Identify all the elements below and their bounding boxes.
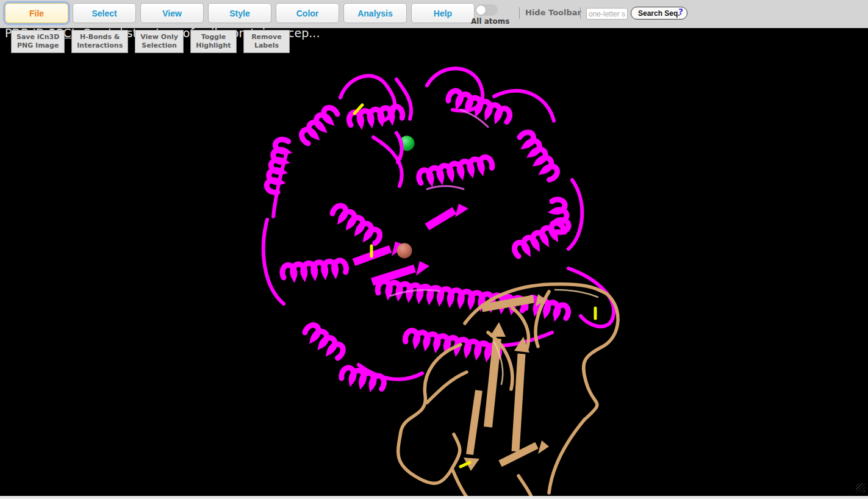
toggle-knob-icon [476,5,486,15]
button-label: Save iCn3D [16,33,59,41]
page-bottom-strip [0,496,868,499]
view-only-selection-button[interactable]: View Only Selection [135,30,184,53]
button-label: View Only [140,33,178,41]
hide-toolbar-link[interactable]: Hide Toolbar [525,8,581,17]
toolbar-divider [519,7,520,19]
button-label: H-Bonds & [80,33,120,41]
menu-view[interactable]: View [140,3,204,23]
help-icon[interactable]: ? [678,7,683,16]
menu-color[interactable]: Color [276,3,339,23]
menu-style[interactable]: Style [208,3,271,23]
toggle-highlight-button[interactable]: Toggle Highlight [190,30,237,53]
menu-bar: File Select View Style Color Analysis He… [5,3,475,23]
button-label: Highlight [196,41,231,49]
toolbar-divider [580,7,581,19]
menu-analysis[interactable]: Analysis [343,3,407,23]
button-label: Labels [254,41,279,49]
menu-help[interactable]: Help [411,3,475,23]
protein-structure [0,28,868,496]
main-toolbar: File Select View Style Color Analysis He… [0,0,868,28]
chain-b-ribbon [398,284,618,496]
structure-viewport[interactable] [0,28,868,496]
all-atoms-label: All atoms [471,17,509,26]
quick-command-row: Save iCn3D PNG Image H-Bonds & Interacti… [11,30,290,53]
menu-file[interactable]: File [5,3,68,23]
button-label: Selection [142,41,177,49]
sequence-search-input[interactable] [586,8,628,20]
chain-a-ribbon [264,68,614,389]
button-label: Interactions [77,41,123,49]
remove-labels-button[interactable]: Remove Labels [243,30,290,53]
resize-grip-icon[interactable] [856,483,865,492]
button-label: PNG Image [17,41,59,49]
button-label: Toggle [201,33,226,41]
salmon-ligand-sphere [397,243,412,259]
button-label: Remove [251,33,282,41]
toggle-track[interactable] [475,4,498,16]
save-png-button[interactable]: Save iCn3D PNG Image [11,30,65,53]
menu-select[interactable]: Select [73,3,136,23]
hbonds-interactions-button[interactable]: H-Bonds & Interactions [71,30,128,53]
all-atoms-toggle[interactable] [475,4,498,16]
